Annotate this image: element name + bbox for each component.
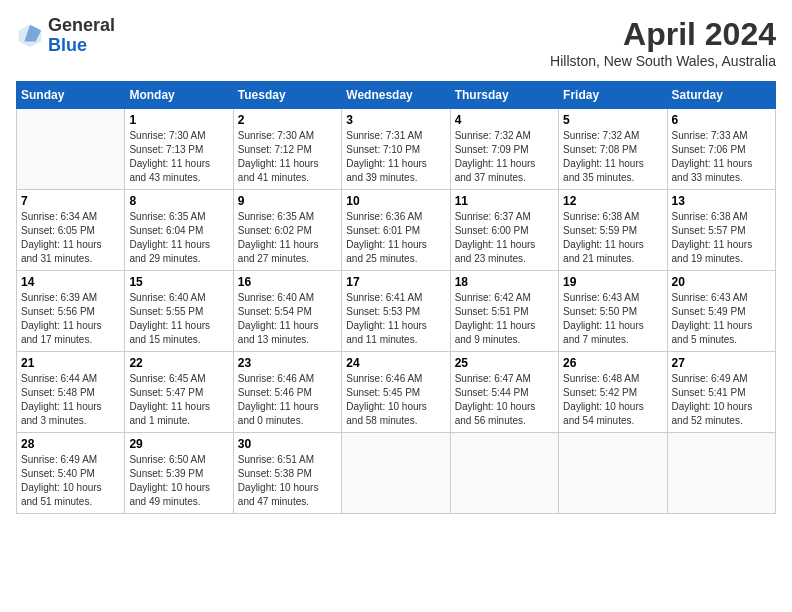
day-number: 17 <box>346 275 445 289</box>
day-number: 9 <box>238 194 337 208</box>
day-number: 11 <box>455 194 554 208</box>
day-info: Sunrise: 6:43 AMSunset: 5:49 PMDaylight:… <box>672 291 771 347</box>
day-number: 20 <box>672 275 771 289</box>
day-info: Sunrise: 6:45 AMSunset: 5:47 PMDaylight:… <box>129 372 228 428</box>
day-number: 8 <box>129 194 228 208</box>
day-info: Sunrise: 7:31 AMSunset: 7:10 PMDaylight:… <box>346 129 445 185</box>
logo-icon <box>16 22 44 50</box>
day-number: 7 <box>21 194 120 208</box>
day-number: 30 <box>238 437 337 451</box>
calendar-cell: 8Sunrise: 6:35 AMSunset: 6:04 PMDaylight… <box>125 190 233 271</box>
day-number: 26 <box>563 356 662 370</box>
day-header-sunday: Sunday <box>17 82 125 109</box>
day-info: Sunrise: 6:39 AMSunset: 5:56 PMDaylight:… <box>21 291 120 347</box>
page-header: General Blue April 2024 Hillston, New So… <box>16 16 776 69</box>
calendar-cell <box>17 109 125 190</box>
day-info: Sunrise: 6:47 AMSunset: 5:44 PMDaylight:… <box>455 372 554 428</box>
calendar-cell: 6Sunrise: 7:33 AMSunset: 7:06 PMDaylight… <box>667 109 775 190</box>
calendar-cell: 29Sunrise: 6:50 AMSunset: 5:39 PMDayligh… <box>125 433 233 514</box>
calendar-cell: 23Sunrise: 6:46 AMSunset: 5:46 PMDayligh… <box>233 352 341 433</box>
day-info: Sunrise: 6:43 AMSunset: 5:50 PMDaylight:… <box>563 291 662 347</box>
calendar-cell: 2Sunrise: 7:30 AMSunset: 7:12 PMDaylight… <box>233 109 341 190</box>
day-number: 6 <box>672 113 771 127</box>
calendar-cell: 12Sunrise: 6:38 AMSunset: 5:59 PMDayligh… <box>559 190 667 271</box>
month-title: April 2024 <box>550 16 776 53</box>
calendar-week-row: 28Sunrise: 6:49 AMSunset: 5:40 PMDayligh… <box>17 433 776 514</box>
day-info: Sunrise: 6:40 AMSunset: 5:55 PMDaylight:… <box>129 291 228 347</box>
day-info: Sunrise: 7:32 AMSunset: 7:09 PMDaylight:… <box>455 129 554 185</box>
calendar-cell <box>342 433 450 514</box>
day-info: Sunrise: 6:48 AMSunset: 5:42 PMDaylight:… <box>563 372 662 428</box>
day-number: 5 <box>563 113 662 127</box>
calendar-cell: 4Sunrise: 7:32 AMSunset: 7:09 PMDaylight… <box>450 109 558 190</box>
day-number: 19 <box>563 275 662 289</box>
day-number: 15 <box>129 275 228 289</box>
day-number: 12 <box>563 194 662 208</box>
calendar-cell: 13Sunrise: 6:38 AMSunset: 5:57 PMDayligh… <box>667 190 775 271</box>
calendar-cell <box>559 433 667 514</box>
calendar-cell: 3Sunrise: 7:31 AMSunset: 7:10 PMDaylight… <box>342 109 450 190</box>
logo-text: General Blue <box>48 16 115 56</box>
day-number: 10 <box>346 194 445 208</box>
day-number: 4 <box>455 113 554 127</box>
calendar-week-row: 21Sunrise: 6:44 AMSunset: 5:48 PMDayligh… <box>17 352 776 433</box>
day-info: Sunrise: 6:40 AMSunset: 5:54 PMDaylight:… <box>238 291 337 347</box>
day-number: 21 <box>21 356 120 370</box>
day-info: Sunrise: 7:33 AMSunset: 7:06 PMDaylight:… <box>672 129 771 185</box>
calendar-cell: 10Sunrise: 6:36 AMSunset: 6:01 PMDayligh… <box>342 190 450 271</box>
day-header-wednesday: Wednesday <box>342 82 450 109</box>
calendar-cell <box>450 433 558 514</box>
day-info: Sunrise: 6:46 AMSunset: 5:45 PMDaylight:… <box>346 372 445 428</box>
calendar-table: SundayMondayTuesdayWednesdayThursdayFrid… <box>16 81 776 514</box>
calendar-cell: 21Sunrise: 6:44 AMSunset: 5:48 PMDayligh… <box>17 352 125 433</box>
calendar-cell: 15Sunrise: 6:40 AMSunset: 5:55 PMDayligh… <box>125 271 233 352</box>
day-number: 28 <box>21 437 120 451</box>
day-number: 24 <box>346 356 445 370</box>
day-number: 3 <box>346 113 445 127</box>
day-info: Sunrise: 6:34 AMSunset: 6:05 PMDaylight:… <box>21 210 120 266</box>
day-number: 23 <box>238 356 337 370</box>
calendar-cell: 17Sunrise: 6:41 AMSunset: 5:53 PMDayligh… <box>342 271 450 352</box>
day-number: 27 <box>672 356 771 370</box>
logo: General Blue <box>16 16 115 56</box>
calendar-cell: 9Sunrise: 6:35 AMSunset: 6:02 PMDaylight… <box>233 190 341 271</box>
title-block: April 2024 Hillston, New South Wales, Au… <box>550 16 776 69</box>
logo-blue: Blue <box>48 35 87 55</box>
day-info: Sunrise: 6:35 AMSunset: 6:04 PMDaylight:… <box>129 210 228 266</box>
calendar-cell: 11Sunrise: 6:37 AMSunset: 6:00 PMDayligh… <box>450 190 558 271</box>
day-info: Sunrise: 6:51 AMSunset: 5:38 PMDaylight:… <box>238 453 337 509</box>
day-info: Sunrise: 6:35 AMSunset: 6:02 PMDaylight:… <box>238 210 337 266</box>
calendar-week-row: 14Sunrise: 6:39 AMSunset: 5:56 PMDayligh… <box>17 271 776 352</box>
day-info: Sunrise: 6:36 AMSunset: 6:01 PMDaylight:… <box>346 210 445 266</box>
logo-general: General <box>48 15 115 35</box>
calendar-cell: 20Sunrise: 6:43 AMSunset: 5:49 PMDayligh… <box>667 271 775 352</box>
day-info: Sunrise: 6:38 AMSunset: 5:57 PMDaylight:… <box>672 210 771 266</box>
day-info: Sunrise: 6:50 AMSunset: 5:39 PMDaylight:… <box>129 453 228 509</box>
calendar-cell: 30Sunrise: 6:51 AMSunset: 5:38 PMDayligh… <box>233 433 341 514</box>
calendar-cell: 28Sunrise: 6:49 AMSunset: 5:40 PMDayligh… <box>17 433 125 514</box>
day-number: 18 <box>455 275 554 289</box>
day-info: Sunrise: 7:32 AMSunset: 7:08 PMDaylight:… <box>563 129 662 185</box>
day-info: Sunrise: 6:41 AMSunset: 5:53 PMDaylight:… <box>346 291 445 347</box>
calendar-cell: 14Sunrise: 6:39 AMSunset: 5:56 PMDayligh… <box>17 271 125 352</box>
calendar-cell: 26Sunrise: 6:48 AMSunset: 5:42 PMDayligh… <box>559 352 667 433</box>
day-info: Sunrise: 6:49 AMSunset: 5:41 PMDaylight:… <box>672 372 771 428</box>
calendar-cell: 27Sunrise: 6:49 AMSunset: 5:41 PMDayligh… <box>667 352 775 433</box>
day-info: Sunrise: 6:37 AMSunset: 6:00 PMDaylight:… <box>455 210 554 266</box>
day-number: 22 <box>129 356 228 370</box>
calendar-week-row: 1Sunrise: 7:30 AMSunset: 7:13 PMDaylight… <box>17 109 776 190</box>
calendar-week-row: 7Sunrise: 6:34 AMSunset: 6:05 PMDaylight… <box>17 190 776 271</box>
day-number: 1 <box>129 113 228 127</box>
day-info: Sunrise: 6:38 AMSunset: 5:59 PMDaylight:… <box>563 210 662 266</box>
day-header-monday: Monday <box>125 82 233 109</box>
day-number: 16 <box>238 275 337 289</box>
day-header-tuesday: Tuesday <box>233 82 341 109</box>
day-header-saturday: Saturday <box>667 82 775 109</box>
calendar-cell: 16Sunrise: 6:40 AMSunset: 5:54 PMDayligh… <box>233 271 341 352</box>
day-number: 29 <box>129 437 228 451</box>
calendar-cell: 25Sunrise: 6:47 AMSunset: 5:44 PMDayligh… <box>450 352 558 433</box>
day-info: Sunrise: 7:30 AMSunset: 7:13 PMDaylight:… <box>129 129 228 185</box>
day-info: Sunrise: 7:30 AMSunset: 7:12 PMDaylight:… <box>238 129 337 185</box>
calendar-cell: 1Sunrise: 7:30 AMSunset: 7:13 PMDaylight… <box>125 109 233 190</box>
day-number: 13 <box>672 194 771 208</box>
